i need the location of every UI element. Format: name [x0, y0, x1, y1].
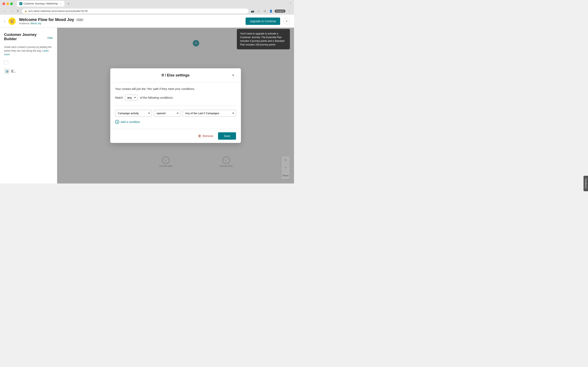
- builder-item-label: E...: [11, 69, 16, 73]
- upgrade-tooltip: You'll need to upgrade to activate a Cus…: [237, 29, 290, 49]
- title-row: Welcome Flow for Mood Joy Draft: [19, 17, 242, 22]
- modal-title: If / Else settings: [121, 73, 230, 77]
- canvas-checkbox[interactable]: [4, 60, 8, 64]
- audience-link[interactable]: Mood Joy: [31, 22, 41, 25]
- minimize-dot[interactable]: [6, 2, 9, 5]
- app-header: ‹ 🐒 Welcome Flow for Mood Joy Draft Audi…: [0, 15, 294, 28]
- browser-addressbar: ← → ↻ 🔒 us21.admin.mailchimp.com/custome…: [0, 7, 294, 15]
- opened-select[interactable]: opened not opened clicked not clicked: [154, 110, 181, 117]
- sidebar-title: Customer Journey Builder: [4, 33, 47, 41]
- sidebar-header: Customer Journey Builder Hide: [4, 33, 53, 43]
- tab-close-button[interactable]: ×: [59, 2, 62, 5]
- star-icon[interactable]: ☆: [256, 8, 261, 13]
- extension-icon[interactable]: ⊡: [262, 8, 267, 13]
- campaign-activity-select[interactable]: Campaign activity Contact activity Tags …: [115, 110, 152, 117]
- app-container: ‹ 🐒 Welcome Flow for Mood Joy Draft Audi…: [0, 15, 294, 184]
- match-label: Match: [115, 96, 123, 99]
- lock-icon: 🔒: [25, 10, 27, 12]
- page-title: Welcome Flow for Mood Joy: [19, 17, 74, 22]
- back-arrow-icon[interactable]: ‹: [4, 19, 5, 23]
- sidebar-description: Guide each contact's journey by plotting…: [4, 45, 53, 56]
- header-title-section: Welcome Flow for Mood Joy Draft Audience…: [19, 17, 242, 25]
- trash-icon: 🗑: [198, 134, 201, 138]
- more-button[interactable]: ⋮: [287, 8, 292, 13]
- browser-titlebar: M Customer Journeys | Mailchimp × + ⌃: [0, 0, 294, 7]
- tooltip-text: You'll need to upgrade to activate a Cus…: [240, 32, 285, 46]
- condition-divider: [115, 106, 236, 106]
- add-condition-button[interactable]: + Add a condition: [115, 120, 140, 124]
- tab-title: Customer Journeys | Mailchimp: [24, 2, 58, 5]
- add-condition-plus-icon: +: [115, 120, 119, 124]
- back-button[interactable]: ←: [2, 8, 7, 13]
- incognito-badge: Incognito: [275, 9, 285, 13]
- maximize-dot[interactable]: [10, 2, 13, 5]
- refresh-button[interactable]: ↻: [16, 8, 20, 13]
- match-select[interactable]: any all: [125, 95, 138, 101]
- new-tab-button[interactable]: +: [66, 1, 71, 6]
- tab-favicon: M: [19, 2, 22, 5]
- match-suffix: of the following conditions:: [140, 96, 173, 99]
- browser-dots: [2, 2, 13, 5]
- browser-chrome: M Customer Journeys | Mailchimp × + ⌃ ← …: [0, 0, 294, 15]
- if-else-modal: If / Else settings × Your contact will j…: [110, 68, 241, 143]
- browser-actions: 📷 ☆ ⊡ 👤 Incognito ⋮: [250, 8, 292, 13]
- header-close-button[interactable]: ×: [283, 18, 290, 25]
- modal-footer: 🗑 Remove Save: [110, 129, 241, 143]
- camera-icon[interactable]: 📷: [250, 8, 255, 13]
- save-button[interactable]: Save: [218, 132, 236, 140]
- profile-icon[interactable]: 👤: [268, 8, 273, 13]
- remove-label: Remove: [203, 134, 213, 138]
- draft-badge: Draft: [76, 18, 84, 21]
- gear-icon: ⚙️: [4, 68, 10, 74]
- close-dot[interactable]: [2, 2, 5, 5]
- modal-body: Your contact will join the 'Yes' path if…: [110, 82, 241, 129]
- url-text: us21.admin.mailchimp.com/customer-journe…: [28, 10, 87, 12]
- main-content: Customer Journey Builder Hide Guide each…: [0, 28, 294, 184]
- modal-overlay: If / Else settings × Your contact will j…: [57, 28, 294, 184]
- modal-header: If / Else settings ×: [110, 68, 241, 82]
- forward-button[interactable]: →: [9, 8, 14, 13]
- address-bar[interactable]: 🔒 us21.admin.mailchimp.com/customer-jour…: [22, 8, 249, 13]
- canvas-sidebar-section: ⚙️ E...: [4, 60, 53, 74]
- modal-description: Your contact will join the 'Yes' path if…: [115, 87, 236, 91]
- match-row: Match any all of the following condition…: [115, 95, 236, 101]
- mailchimp-logo: 🐒: [8, 17, 16, 25]
- campaigns-select[interactable]: Any of the Last 5 Campaigns Specific Cam…: [182, 110, 236, 117]
- browser-tab[interactable]: M Customer Journeys | Mailchimp ×: [17, 1, 64, 7]
- modal-close-button[interactable]: ×: [230, 72, 236, 78]
- sidebar: Customer Journey Builder Hide Guide each…: [0, 28, 57, 184]
- upgrade-button[interactable]: Upgrade to Continue: [246, 17, 280, 25]
- header-subtitle: Audience: Mood Joy: [19, 22, 242, 25]
- canvas-area[interactable]: + ✓ Contact Exits ✓ Contact Exits + − Re…: [57, 28, 294, 184]
- condition-row: Campaign activity Contact activity Tags …: [115, 110, 236, 117]
- window-controls: ⌃: [290, 2, 292, 5]
- add-condition-label: Add a condition: [121, 120, 140, 124]
- remove-button[interactable]: 🗑 Remove: [196, 133, 216, 140]
- builder-tool-item[interactable]: ⚙️ E...: [4, 68, 53, 74]
- audience-label: Audience:: [19, 22, 30, 25]
- sidebar-hide-button[interactable]: Hide: [47, 36, 53, 39]
